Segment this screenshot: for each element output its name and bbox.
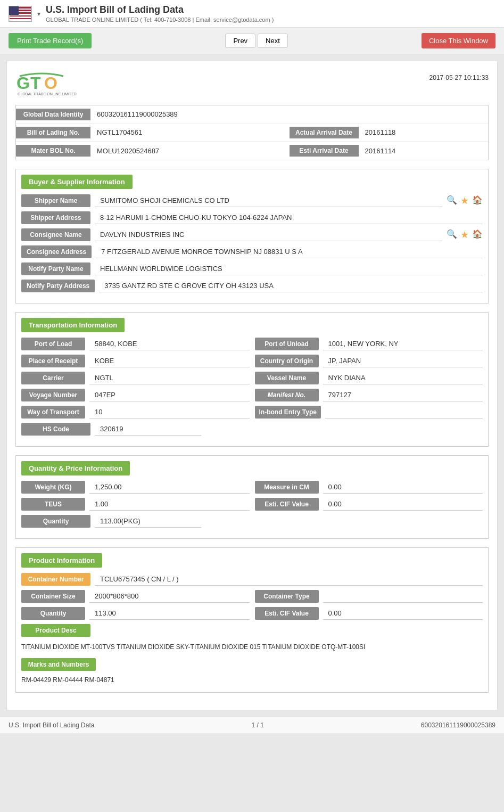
product-desc-container: Product Desc TITANIUM DIOXIDE MT-100TVS … <box>21 624 483 654</box>
mater-bol-row: Mater BOL No. MOLU12020524687 Esti Arriv… <box>16 142 488 160</box>
notify-name-row: Notify Party Name HELLMANN WORLDWIDE LOG… <box>21 263 483 275</box>
place-receipt-value: KOBE <box>89 355 250 367</box>
marks-label: Marks and Numbers <box>21 658 96 671</box>
prod-quantity-label: Quantity <box>21 607 85 620</box>
page-subtitle: GLOBAL TRADE ONLINE LIMITED ( Tel: 400-7… <box>46 17 495 23</box>
shipper-name-row: Shipper Name SUMITOMO SHOJI CHEMICALS CO… <box>21 194 483 207</box>
country-origin-half: Country of Origin JP, JAPAN <box>255 355 483 367</box>
consignee-address-row: Consignee Address 7 FITZGERALD AVENUE MO… <box>21 245 483 258</box>
weight-half: Weight (KG) 1,250.00 <box>21 481 250 494</box>
logo-area: G T O GLOBAL TRADE ONLINE LIMITED <box>15 70 79 97</box>
hs-code-row: HS Code 320619 <box>21 423 483 436</box>
global-data-identity-value: 600320161119000025389 <box>90 108 488 120</box>
esti-arrival-value: 20161114 <box>359 145 402 157</box>
print-button[interactable]: Print Trade Record(s) <box>9 33 92 48</box>
mater-bol-label: Mater BOL No. <box>16 145 90 157</box>
measure-value: 0.00 <box>323 481 483 494</box>
shipper-address-row: Shipper Address 8-12 HARUMI 1-CHOME CHUO… <box>21 211 483 224</box>
measure-half: Measure in CM 0.00 <box>255 481 483 494</box>
transportation-section: Transportation Information Port of Load … <box>15 312 489 447</box>
notify-name-value: HELLMANN WORLDWIDE LOGISTICS <box>95 263 483 275</box>
prod-quantity-cif-row: Quantity 113.00 Esti. CIF Value 0.00 <box>21 607 483 620</box>
teus-value: 1.00 <box>89 498 250 511</box>
actual-arrival-label: Actual Arrival Date <box>290 127 359 138</box>
port-unload-label: Port of Unload <box>255 338 319 350</box>
container-number-row: Container Number TCLU6757345 ( CN / L / … <box>21 573 483 586</box>
product-info-body: Container Number TCLU6757345 ( CN / L / … <box>16 573 488 692</box>
carrier-vessel-row: Carrier NGTL Vessel Name NYK DIANA <box>21 372 483 384</box>
carrier-label: Carrier <box>21 372 85 384</box>
quantity-price-body: Weight (KG) 1,250.00 Measure in CM 0.00 … <box>16 481 488 538</box>
voyage-value: 047EP <box>89 389 250 401</box>
product-desc-value: TITANIUM DIOXIDE MT-100TVS TITANIUM DIOX… <box>21 640 483 654</box>
product-info-title: Product Information <box>21 553 102 568</box>
actual-arrival-item: Actual Arrival Date 20161118 <box>290 126 489 138</box>
search-icon-consignee[interactable]: 🔍 <box>447 229 457 241</box>
consignee-name-row: Consignee Name DAVLYN INDUSTRIES INC 🔍 ★… <box>21 228 483 241</box>
prod-esti-cif-half: Esti. CIF Value 0.00 <box>255 607 483 620</box>
port-row: Port of Load 58840, KOBE Port of Unload … <box>21 338 483 350</box>
buyer-supplier-header: Buyer & Supplier Information <box>16 169 488 194</box>
country-origin-value: JP, JAPAN <box>323 355 483 367</box>
prev-button[interactable]: Prev <box>225 34 255 48</box>
quantity-row: Quantity 113.00(PKG) <box>21 515 483 528</box>
quantity-label: Quantity <box>21 515 90 528</box>
weight-label: Weight (KG) <box>21 481 85 494</box>
bol-value: NGTL1704561 <box>90 126 148 138</box>
marks-value: RM-04429 RM-04444 RM-04871 <box>21 674 483 686</box>
voyage-half: Voyage Number 047EP <box>21 389 250 401</box>
voyage-label: Voyage Number <box>21 389 85 401</box>
actual-arrival-value: 20161118 <box>359 126 402 138</box>
shipper-name-label: Shipper Name <box>21 194 90 207</box>
top-header: ▾ U.S. Import Bill of Lading Data GLOBAL… <box>0 0 504 28</box>
prod-quantity-half: Quantity 113.00 <box>21 607 250 620</box>
mater-bol-value: MOLU12020524687 <box>90 145 166 157</box>
port-unload-half: Port of Unload 1001, NEW YORK, NY <box>255 338 483 350</box>
shipper-address-value: 8-12 HARUMI 1-CHOME CHUO-KU TOKYO 104-62… <box>95 211 483 224</box>
close-button[interactable]: Close This Window <box>422 33 495 48</box>
bol-value-item: NGTL1704561 <box>90 126 290 138</box>
footer-center: 1 / 1 <box>251 721 263 729</box>
consignee-name-value: DAVLYN INDUSTRIES INC <box>95 228 442 241</box>
voyage-manifest-row: Voyage Number 047EP Manifest No. 797127 <box>21 389 483 401</box>
weight-measure-row: Weight (KG) 1,250.00 Measure in CM 0.00 <box>21 481 483 494</box>
house-icon-consignee[interactable]: 🏠 <box>472 229 483 241</box>
star-icon-shipper[interactable]: ★ <box>460 195 469 207</box>
prod-esti-cif-value: 0.00 <box>323 607 483 620</box>
container-type-value <box>323 590 483 603</box>
port-load-label: Port of Load <box>21 338 85 350</box>
vessel-label: Vessel Name <box>255 372 319 384</box>
buyer-supplier-title: Buyer & Supplier Information <box>21 175 133 189</box>
carrier-value: NGTL <box>89 372 250 384</box>
port-load-half: Port of Load 58840, KOBE <box>21 338 250 350</box>
bol-arrival-row: Bill of Lading No. NGTL1704561 Actual Ar… <box>16 124 488 142</box>
esti-cif-value: 0.00 <box>323 498 483 511</box>
quantity-price-section: Quantity & Price Information Weight (KG)… <box>15 455 489 539</box>
prod-esti-cif-label: Esti. CIF Value <box>255 607 319 620</box>
star-icon-consignee[interactable]: ★ <box>460 229 469 241</box>
house-icon-shipper[interactable]: 🏠 <box>472 195 483 207</box>
container-type-half: Container Type <box>255 590 483 603</box>
marks-container: Marks and Numbers RM-04429 RM-04444 RM-0… <box>21 658 483 686</box>
dropdown-arrow[interactable]: ▾ <box>37 10 40 18</box>
esti-arrival-item: Esti Arrival Date 20161114 <box>290 145 489 157</box>
next-button[interactable]: Next <box>258 34 288 48</box>
esti-cif-label: Esti. CIF Value <box>255 498 319 511</box>
place-receipt-label: Place of Receipt <box>21 355 85 367</box>
main-content: G T O GLOBAL TRADE ONLINE LIMITED 2017-0… <box>6 61 498 710</box>
page-title: U.S. Import Bill of Lading Data <box>46 4 495 15</box>
global-data-identity-label: Global Data Identity <box>16 109 90 120</box>
carrier-half: Carrier NGTL <box>21 372 250 384</box>
receipt-origin-row: Place of Receipt KOBE Country of Origin … <box>21 355 483 367</box>
measure-label: Measure in CM <box>255 481 319 494</box>
manifest-value: 797127 <box>323 389 483 401</box>
esti-cif-half: Esti. CIF Value 0.00 <box>255 498 483 511</box>
hs-code-label: HS Code <box>21 423 90 436</box>
search-icon-shipper[interactable]: 🔍 <box>447 195 457 207</box>
document-timestamp: 2017-05-27 10:11:33 <box>429 74 489 81</box>
inbond-label: In-bond Entry Type <box>255 406 321 419</box>
global-data-identity-row: Global Data Identity 6003201611190000253… <box>16 105 488 124</box>
shipper-name-value: SUMITOMO SHOJI CHEMICALS CO LTD <box>95 194 442 207</box>
transportation-title: Transportation Information <box>21 318 125 332</box>
document-footer: U.S. Import Bill of Lading Data 1 / 1 60… <box>0 717 504 733</box>
